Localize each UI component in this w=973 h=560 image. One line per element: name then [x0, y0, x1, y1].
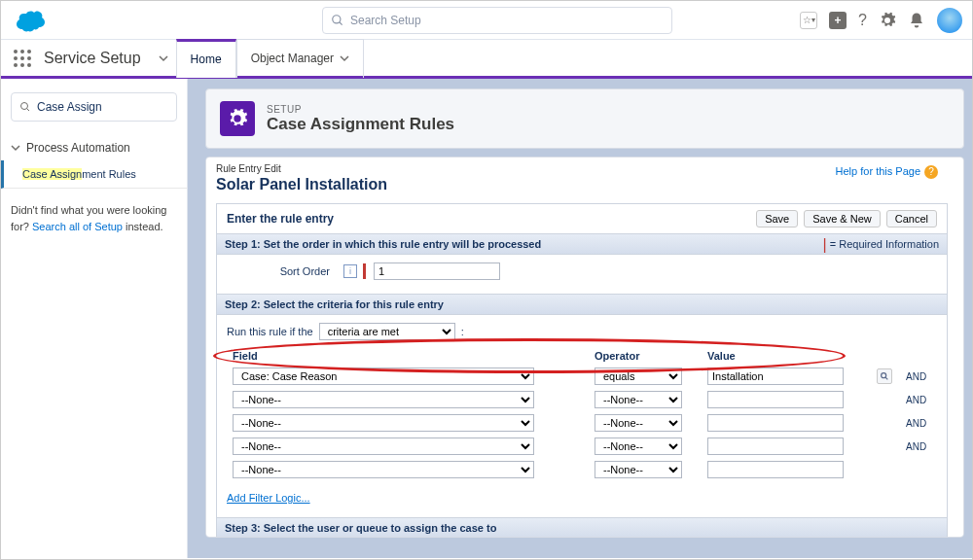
tab-label: Object Manager [251, 52, 334, 65]
svg-point-0 [333, 15, 341, 22]
svg-point-7 [27, 56, 31, 60]
box-header: Enter the rule entry Save Save & New Can… [217, 204, 947, 233]
svg-point-5 [14, 56, 18, 60]
run-rule-label: Run this rule if the [227, 326, 313, 337]
context-bar: Service Setup Home Object Manager [1, 40, 972, 79]
sidebar-item-rest: ment Rules [82, 168, 136, 180]
criteria-field-select[interactable]: Case: Case Reason [233, 368, 534, 385]
sort-order-input[interactable] [374, 262, 500, 280]
required-bar-icon [363, 263, 366, 279]
page-header-sup: SETUP [267, 104, 454, 115]
step3-bar: Step 3: Select the user or queue to assi… [217, 517, 947, 538]
svg-line-1 [340, 21, 342, 24]
help-link[interactable]: Help for this Page? [836, 165, 938, 179]
page-title: Case Assignment Rules [267, 115, 454, 134]
sort-order-label: Sort Order [227, 265, 334, 277]
chevron-down-icon [11, 143, 20, 153]
rule-entry-box: Enter the rule entry Save Save & New Can… [216, 203, 948, 538]
save-new-button[interactable]: Save & New [804, 210, 881, 228]
chevron-down-icon [340, 53, 349, 63]
criteria-table: Field Operator Value Case: Case Reasoneq… [227, 346, 937, 482]
svg-point-2 [14, 50, 18, 53]
step2-bar: Step 2: Select the criteria for this rul… [217, 294, 947, 315]
app-name: Service Setup [44, 50, 141, 67]
and-label: AND [902, 412, 935, 434]
setup-search[interactable]: Case Assign [11, 92, 177, 122]
svg-point-9 [20, 63, 24, 67]
bell-icon[interactable] [908, 12, 925, 29]
svg-line-14 [885, 377, 888, 380]
and-label [902, 459, 935, 480]
required-marker: | [823, 236, 827, 253]
setup-sidebar: Case Assign Process Automation Case Assi… [1, 79, 188, 558]
main-content: SETUP Case Assignment Rules Help for thi… [188, 79, 972, 558]
sidebar-hint: Didn't find what you were looking for? S… [1, 189, 187, 248]
criteria-row: Case: Case ReasonequalsAND [229, 366, 935, 387]
tab-object-manager[interactable]: Object Manager [236, 39, 364, 78]
search-icon [19, 101, 31, 113]
detail-panel: Help for this Page? Rule Entry Edit Sola… [205, 157, 964, 538]
col-value: Value [703, 348, 871, 364]
global-search-placeholder: Search Setup [350, 14, 421, 27]
sidebar-item-highlight: Case Assign [22, 168, 82, 180]
criteria-value-input[interactable] [707, 414, 844, 432]
search-all-setup-link[interactable]: Search all of Setup [32, 221, 123, 232]
svg-line-12 [27, 109, 30, 112]
tab-home[interactable]: Home [176, 39, 236, 78]
criteria-operator-select[interactable]: --None-- [595, 414, 682, 432]
gear-icon[interactable] [879, 12, 896, 29]
criteria-row: --None----None--AND [229, 436, 935, 457]
lookup-icon[interactable] [877, 368, 892, 384]
page-header: SETUP Case Assignment Rules [205, 88, 964, 149]
global-header: Search Setup ☆▾ + ? [1, 1, 972, 40]
sidebar-group-label: Process Automation [26, 141, 130, 155]
svg-point-4 [27, 50, 31, 53]
add-icon[interactable]: + [829, 12, 847, 29]
box-title: Enter the rule entry [227, 212, 334, 226]
col-operator: Operator [591, 348, 702, 364]
criteria-value-input[interactable] [707, 368, 844, 385]
step1-bar: Step 1: Set the order in which this rule… [217, 233, 947, 255]
svg-point-8 [14, 63, 18, 67]
svg-point-3 [20, 50, 24, 53]
global-search[interactable]: Search Setup [322, 7, 672, 34]
cancel-button[interactable]: Cancel [886, 210, 937, 228]
add-filter-logic-link[interactable]: Add Filter Logic... [227, 492, 310, 504]
avatar[interactable] [937, 8, 962, 33]
sidebar-group[interactable]: Process Automation [1, 135, 187, 160]
info-icon[interactable]: i [343, 264, 357, 278]
save-button[interactable]: Save [756, 210, 798, 228]
help-icon[interactable]: ? [858, 12, 867, 29]
run-rule-select[interactable]: criteria are met [319, 323, 455, 340]
criteria-operator-select[interactable]: --None-- [595, 438, 682, 455]
tab-label: Home [191, 52, 222, 66]
chevron-down-icon[interactable] [159, 53, 168, 63]
criteria-row: --None----None-- [229, 459, 935, 480]
criteria-field-select[interactable]: --None-- [233, 461, 534, 478]
step1-body: Sort Order i [217, 255, 947, 294]
criteria-operator-select[interactable]: equals [595, 368, 682, 385]
and-label: AND [902, 436, 935, 457]
nav-tabs: Home Object Manager [176, 39, 364, 78]
svg-point-11 [21, 103, 28, 110]
criteria-operator-select[interactable]: --None-- [595, 461, 682, 478]
step2-body: Run this rule if the criteria are met : … [217, 315, 947, 517]
help-badge-icon: ? [924, 165, 938, 179]
svg-point-10 [27, 63, 31, 67]
search-icon [331, 14, 344, 27]
header-icons: ☆▾ + ? [800, 8, 962, 33]
col-field: Field [229, 348, 589, 364]
criteria-field-select[interactable]: --None-- [233, 391, 534, 408]
criteria-value-input[interactable] [707, 438, 844, 455]
criteria-field-select[interactable]: --None-- [233, 414, 534, 432]
criteria-row: --None----None--AND [229, 412, 935, 434]
sidebar-item-case-assignment-rules[interactable]: Case Assignment Rules [1, 160, 187, 189]
criteria-row: --None----None--AND [229, 389, 935, 410]
criteria-operator-select[interactable]: --None-- [595, 391, 682, 408]
favorites-icon[interactable]: ☆▾ [800, 12, 817, 29]
criteria-value-input[interactable] [707, 391, 844, 408]
svg-point-6 [20, 56, 24, 60]
app-launcher-icon[interactable] [13, 49, 32, 68]
criteria-value-input[interactable] [707, 461, 844, 478]
criteria-field-select[interactable]: --None-- [233, 438, 534, 455]
